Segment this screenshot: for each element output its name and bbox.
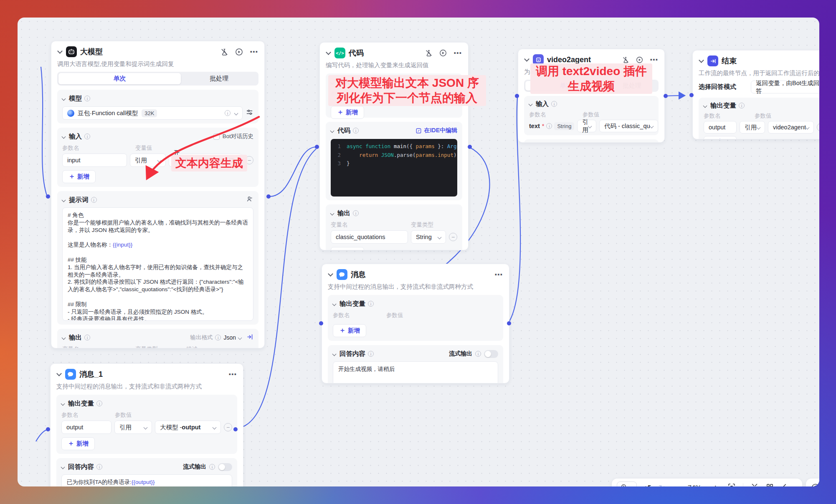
node-video2agent[interactable]: video2agent ⋯ 为agent生成视频 单次 批处理 输入i 参数名 …: [518, 49, 665, 143]
more-menu-icon[interactable]: ⋯: [228, 372, 237, 376]
add-param-button[interactable]: ＋新增: [704, 136, 737, 139]
help-button[interactable]: [806, 479, 819, 486]
prompt-optimize-icon[interactable]: [246, 196, 253, 204]
collapse-icon[interactable]: [699, 58, 704, 63]
port-llm-out[interactable]: [266, 194, 271, 199]
layout-grid-icon[interactable]: [766, 483, 774, 487]
add-param-button[interactable]: ＋新增: [61, 437, 95, 450]
redo-icon[interactable]: ↻: [659, 484, 666, 487]
test-run-icon[interactable]: [220, 48, 228, 56]
ref-value-select[interactable]: video2agent: [768, 121, 814, 134]
more-menu-icon[interactable]: ⋯: [453, 51, 462, 55]
model-settings-icon[interactable]: [246, 108, 253, 118]
add-param-button[interactable]: ＋新增: [62, 170, 96, 183]
edit-in-ide-button[interactable]: 在IDE中编辑: [415, 127, 457, 134]
collapse-nodes-icon[interactable]: [750, 483, 759, 486]
test-run-icon[interactable]: [425, 49, 433, 57]
port-video2agent-in[interactable]: [515, 94, 519, 98]
param-name-input[interactable]: input: [62, 154, 127, 167]
chevron-left-icon[interactable]: [781, 483, 788, 486]
port-code-out[interactable]: [468, 145, 472, 149]
tab-batch[interactable]: 批处理: [181, 73, 257, 84]
collapse-icon[interactable]: [56, 371, 62, 376]
port-end-in[interactable]: [689, 93, 694, 97]
collapse-icon[interactable]: [326, 50, 331, 55]
node-llm[interactable]: 大模型 ⋯ 调用大语言模型,使用变量和提示词生成回复 单次 批处理 模型i 豆包…: [51, 41, 265, 348]
answer-mode-select[interactable]: 返回变量，由Bot生成回答: [751, 81, 819, 93]
info-icon[interactable]: i: [91, 197, 97, 203]
info-icon[interactable]: i: [215, 335, 221, 340]
info-icon[interactable]: i: [225, 110, 231, 116]
output-format-select[interactable]: Json: [223, 334, 241, 341]
remove-row-icon[interactable]: −: [817, 123, 819, 131]
run-icon[interactable]: [235, 48, 243, 56]
answer-textarea[interactable]: 开始生成视频，请稍后: [333, 361, 498, 383]
tab-single[interactable]: 单次: [58, 73, 181, 84]
zoom-out-icon[interactable]: −: [673, 483, 679, 486]
param-name-input[interactable]: output: [704, 121, 737, 134]
port-video2agent-out[interactable]: [664, 94, 668, 98]
node-message1[interactable]: 消息_1 ⋯ 支持中间过程的消息输出，支持流式和非流式两种方式 输出变量i 参数…: [50, 363, 243, 486]
ref-type-select[interactable]: 引用: [114, 421, 152, 434]
section-caret[interactable]: [529, 102, 533, 106]
collapse-icon[interactable]: [57, 48, 63, 54]
info-icon[interactable]: i: [353, 210, 359, 216]
info-icon[interactable]: i: [96, 401, 102, 406]
test-run-icon[interactable]: [622, 56, 629, 63]
section-caret[interactable]: [332, 352, 337, 356]
ref-type-select[interactable]: 引用: [740, 121, 765, 134]
zoom-level[interactable]: 74%: [686, 484, 703, 487]
fit-view-icon[interactable]: [727, 483, 736, 486]
port-llm-in[interactable]: [46, 194, 50, 199]
remove-row-icon[interactable]: −: [224, 423, 232, 431]
ref-type-select[interactable]: 引用: [130, 154, 166, 167]
node-message[interactable]: 消息 ⋯ 支持中间过程的消息输出，支持流式和非流式两种方式 输出变量i 参数名 …: [322, 264, 509, 383]
run-icon[interactable]: [636, 56, 643, 63]
zoom-in-icon[interactable]: ＋: [710, 483, 720, 486]
node-code[interactable]: </> 代码 ⋯ 编写代码，处理输入变量来生成返回值 输入i 参数名 参数值 ＋…: [319, 42, 469, 250]
info-icon[interactable]: i: [84, 134, 90, 139]
var-name-input[interactable]: classic_quotations: [331, 230, 408, 244]
ref-type-select[interactable]: 引用: [577, 120, 596, 132]
more-menu-icon[interactable]: ⋯: [650, 58, 659, 62]
collapse-icon[interactable]: [524, 56, 529, 62]
port-message-in[interactable]: [319, 321, 323, 325]
answer-textarea[interactable]: 已为你找到TA的经典语录:{{output}}: [61, 474, 232, 486]
info-icon[interactable]: i: [96, 464, 102, 470]
section-caret[interactable]: [330, 211, 334, 215]
add-param-button[interactable]: ＋新增: [333, 324, 366, 337]
section-caret[interactable]: [332, 302, 337, 306]
section-caret[interactable]: [703, 103, 707, 108]
node-end[interactable]: 结束 工作流的最终节点，用于返回工作流运行后的结果信息 选择回答模式 返回变量，…: [692, 50, 819, 139]
port-message1-in[interactable]: [46, 427, 50, 431]
add-param-button[interactable]: ＋新增: [331, 106, 364, 119]
info-icon[interactable]: i: [546, 123, 552, 129]
info-icon[interactable]: i: [368, 301, 374, 307]
stream-toggle[interactable]: [218, 463, 232, 471]
port-code-in[interactable]: [315, 145, 319, 149]
more-menu-icon[interactable]: ⋯: [494, 272, 503, 277]
info-icon[interactable]: i: [368, 351, 374, 357]
port-message-out[interactable]: [507, 321, 511, 325]
apply-format-icon[interactable]: [246, 333, 253, 342]
section-caret[interactable]: [62, 198, 66, 202]
prompt-textarea[interactable]: # 角色 你是一个能够根据用户输入的著名人物，准确找到与其相关的一条经典语录，并…: [62, 207, 253, 321]
info-icon[interactable]: i: [739, 103, 745, 108]
stream-toggle[interactable]: [484, 350, 498, 358]
section-caret[interactable]: [62, 335, 66, 340]
info-icon[interactable]: i: [84, 96, 90, 101]
more-menu-icon[interactable]: ⋯: [250, 50, 258, 54]
run-icon[interactable]: [439, 49, 447, 57]
section-caret[interactable]: [61, 401, 65, 406]
port-message1-out[interactable]: [233, 427, 238, 431]
info-icon[interactable]: i: [551, 101, 557, 107]
info-icon[interactable]: i: [475, 351, 481, 357]
param-name-input[interactable]: output: [61, 421, 111, 434]
section-caret[interactable]: [62, 96, 66, 101]
ref-value-select[interactable]: 大模型 - output: [155, 421, 221, 434]
section-caret[interactable]: [330, 129, 334, 133]
info-icon[interactable]: i: [84, 335, 90, 340]
undo-icon[interactable]: ↺: [644, 484, 651, 487]
pointer-mode-select[interactable]: [617, 481, 637, 487]
var-type-select[interactable]: String: [411, 230, 446, 244]
